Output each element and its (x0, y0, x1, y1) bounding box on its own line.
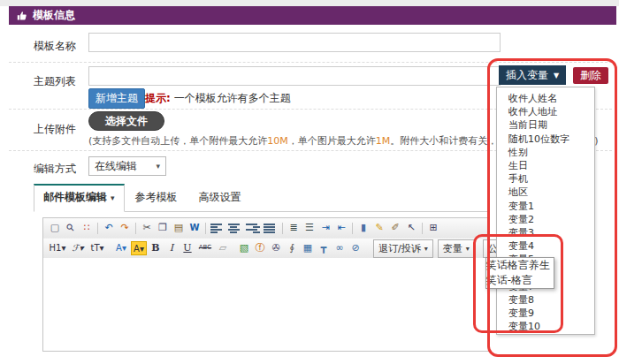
paste-from-word-icon[interactable]: W (187, 221, 202, 235)
chevron-down-icon: ▼ (554, 72, 559, 80)
tab-reference-template[interactable]: 参考模板 (125, 185, 188, 211)
tab-label: 邮件模板编辑 (43, 190, 107, 205)
variable-item[interactable]: 地区 (497, 186, 594, 199)
insert-image-icon[interactable]: ▧ (237, 241, 251, 255)
variable-dropdown[interactable]: 变量 ▾ (438, 239, 475, 258)
upload-hint-size-attachment: 10M (267, 135, 288, 147)
editor-toolbar-row2: H1▾ℱ▾tT▾ A▾A▾BIUABC▱ ▧ⓕ✇∮▦┳∞⊘ 退订/投诉 ▾ 变量… (43, 239, 488, 258)
rich-text-editor: ▢⚲∷ ↶↷ ✂❐▤W ≣☰⇥⇤ ▮✎✐↖ ⊞ H1▾ℱ▾tT▾ A▾A▾BIU… (42, 217, 489, 352)
variable-item[interactable]: 生日 (497, 159, 594, 172)
variable-item[interactable]: 性别 (497, 146, 594, 159)
font-family-dropdown-icon[interactable]: ℱ▾ (69, 241, 87, 255)
align-center-icon[interactable] (228, 224, 242, 233)
variable-item[interactable]: 当前日期 (497, 118, 594, 132)
tab-mail-template-edit[interactable]: 邮件模板编辑 ▾ (34, 184, 125, 212)
toolbar-group: ▧ⓕ✇∮▦┳∞⊘ (236, 241, 363, 255)
variable-item[interactable]: 手机 (497, 172, 594, 186)
menu-item[interactable]: 笑话-格言 (486, 271, 532, 289)
unsubscribe-complaint-dropdown[interactable]: 退订/投诉 ▾ (373, 239, 433, 258)
unsubscribe-complaint-label: 退订/投诉 (378, 242, 421, 255)
link-icon[interactable]: ∞ (332, 241, 347, 255)
unlink-icon[interactable]: ⊘ (348, 241, 363, 255)
variable-item[interactable]: 变量8 (497, 293, 594, 307)
upload-hint-size-image: 1M (376, 135, 391, 147)
upload-hint-text: (支持多文件自动上传，单个附件最大允许 (88, 135, 267, 147)
unordered-list-icon[interactable]: ☰ (302, 221, 317, 235)
redo-icon[interactable]: ↷ (118, 221, 132, 235)
variable-label: 变量 (443, 242, 462, 255)
ordered-list-icon[interactable]: ≣ (287, 221, 301, 235)
underline-icon[interactable]: U (180, 241, 195, 255)
font-color-icon[interactable]: A▾ (113, 241, 129, 255)
template-name-label: 模板名称 (34, 39, 76, 54)
format-painter-icon[interactable]: ✎ (372, 221, 386, 235)
variable-item[interactable]: 变量9 (497, 307, 594, 320)
variable-list: 收件人姓名收件人地址当前日期随机10位数字性别生日手机地区变量1变量2变量3变量… (496, 87, 595, 335)
outdent-icon[interactable]: ⇤ (334, 221, 348, 235)
toolbar-group: A▾A▾BIUABC▱ (112, 241, 231, 255)
horizontal-rule-icon[interactable]: ┳ (317, 241, 331, 255)
grid-icon[interactable]: ⊞ (426, 221, 440, 235)
tab-advanced-settings[interactable]: 高级设置 (188, 185, 252, 211)
toolbar-separator (205, 223, 206, 234)
align-left-icon[interactable] (210, 224, 225, 233)
upload-attachment-label: 上传附件 (34, 122, 76, 137)
undo-icon[interactable]: ↶ (102, 221, 116, 235)
delete-button[interactable]: 删除 (573, 67, 608, 84)
variable-item[interactable]: 收件人地址 (497, 105, 594, 118)
variable-item[interactable]: 收件人姓名 (497, 92, 594, 105)
hand-icon (17, 11, 27, 21)
indent-icon[interactable]: ⇥ (318, 221, 332, 235)
preview-icon[interactable]: ⚲ (61, 218, 81, 239)
variable-item[interactable]: 变量10 (497, 320, 594, 333)
variable-item[interactable]: 随机10位数字 (497, 133, 594, 146)
editor-content-area[interactable] (43, 258, 488, 351)
flash-icon[interactable]: ⓕ (253, 241, 267, 255)
highlight-color-icon[interactable]: A▾ (131, 241, 147, 255)
font-size-dropdown-icon[interactable]: tT▾ (88, 241, 106, 255)
insert-table-icon[interactable]: ▦ (301, 241, 315, 255)
subject-list-input[interactable] (88, 66, 501, 86)
variable-item[interactable]: 变量3 (497, 226, 594, 239)
edit-mode-value: 在线编辑 (95, 159, 137, 174)
new-document-icon[interactable]: ▢ (48, 221, 62, 235)
toolbar-group: ▮✎✐↖ (355, 221, 419, 235)
paragraph-format-dropdown-icon[interactable]: H1▾ (48, 241, 67, 255)
page-header: 模板信息 (9, 6, 616, 25)
template-name-input[interactable] (88, 33, 501, 52)
variable-item[interactable]: 变量4 (497, 239, 594, 253)
align-justify-icon[interactable] (264, 224, 278, 233)
select-arrow-icon[interactable]: ↖ (404, 221, 418, 235)
attachment-icon[interactable]: ∮ (285, 241, 299, 255)
chevron-down-icon: ▾ (111, 193, 115, 202)
add-subject-button[interactable]: 新增主题 (88, 88, 145, 109)
media-icon[interactable]: ✇ (269, 241, 283, 255)
insert-block-icon[interactable]: ▮ (356, 221, 371, 235)
toolbar-separator (97, 223, 98, 234)
variable-item[interactable]: 变量2 (497, 213, 594, 226)
insert-variable-button[interactable]: 插入变量 ▼ (499, 65, 566, 85)
cut-icon[interactable]: ✂ (140, 221, 154, 235)
variable-item[interactable]: 变量1 (497, 200, 594, 213)
row-divider (9, 62, 612, 63)
public-variable-library-menu: 笑话格言养生笑话-格言 (485, 257, 554, 289)
eraser-icon[interactable]: ▱ (216, 241, 230, 255)
chevron-down-icon: ▾ (424, 245, 428, 253)
subject-hint-prefix: 提示: (145, 92, 171, 104)
bold-icon[interactable]: B (149, 241, 163, 255)
top-strip (0, 0, 619, 6)
strikethrough-icon[interactable]: ABC (196, 241, 214, 255)
subject-hint: 提示:一个模板允许有多个主题 (145, 91, 291, 106)
html-source-icon[interactable]: ∷ (80, 221, 94, 235)
toolbar-group: ↶↷ (101, 221, 133, 235)
toolbar-group: ≣☰⇥⇤ (286, 221, 349, 235)
paste-icon[interactable]: ▤ (172, 221, 186, 235)
subject-list-label: 主题列表 (34, 74, 76, 89)
align-right-icon[interactable] (246, 224, 260, 233)
brush-icon[interactable]: ✐ (388, 221, 402, 235)
copy-icon[interactable]: ❐ (156, 221, 170, 235)
edit-mode-label: 编辑方式 (34, 162, 76, 177)
choose-file-button[interactable]: 选择文件 (88, 111, 164, 131)
edit-mode-select[interactable]: 在线编辑 ▾ (88, 156, 166, 176)
italic-icon[interactable]: I (164, 241, 179, 255)
